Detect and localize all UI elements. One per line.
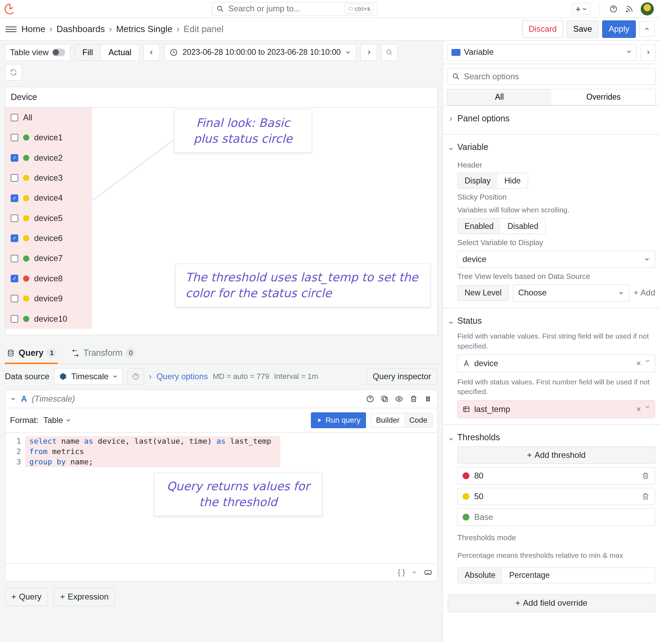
section-status[interactable]: ⌄ Status (448, 313, 655, 330)
header-display-button[interactable]: Display (458, 173, 497, 188)
run-query-button[interactable]: Run query (311, 412, 366, 428)
status-variable-field-select[interactable]: device × (457, 354, 655, 372)
threshold-value[interactable]: 80 (474, 470, 484, 481)
threshold-percentage-button[interactable]: Percentage (502, 568, 557, 583)
keyboard-icon[interactable] (424, 568, 433, 577)
drag-handle-icon[interactable] (424, 394, 433, 403)
tab-transform[interactable]: Transform 0 (70, 344, 137, 364)
rss-icon[interactable] (625, 4, 634, 13)
device-row[interactable]: device3 (5, 168, 92, 188)
builder-mode-button[interactable]: Builder (371, 413, 404, 427)
time-range-back-button[interactable] (143, 44, 160, 61)
braces-icon[interactable]: { } (398, 567, 405, 577)
menu-toggle-button[interactable] (6, 24, 17, 35)
delete-threshold-icon[interactable] (641, 471, 650, 480)
device-checkbox[interactable]: ✓ (11, 275, 18, 282)
device-row[interactable]: device5 (5, 208, 92, 228)
device-row[interactable]: device7 (5, 248, 92, 268)
threshold-color-dot[interactable] (463, 514, 469, 521)
chevron-down-icon[interactable] (10, 396, 16, 402)
device-row[interactable]: device10 (5, 309, 92, 329)
sticky-enabled-button[interactable]: Enabled (458, 219, 500, 234)
options-search[interactable]: Search options (447, 68, 656, 85)
toggle-visibility-icon[interactable] (395, 394, 404, 403)
time-range-forward-button[interactable] (361, 44, 377, 61)
device-checkbox[interactable] (11, 174, 18, 182)
section-variable[interactable]: ⌄ Variable (448, 139, 655, 157)
query-help-icon[interactable] (366, 394, 375, 403)
new-level-button[interactable]: New Level (458, 285, 508, 301)
threshold-row[interactable]: 80 (457, 467, 655, 484)
query-options-link[interactable]: Query options (156, 371, 208, 382)
device-checkbox[interactable]: ✓ (11, 154, 18, 162)
threshold-color-dot[interactable] (463, 493, 469, 500)
refresh-button[interactable] (5, 64, 22, 81)
threshold-absolute-button[interactable]: Absolute (458, 568, 502, 583)
device-row[interactable]: All (5, 108, 92, 128)
tab-query[interactable]: Query 1 (5, 344, 58, 364)
clear-icon[interactable]: × (636, 358, 641, 369)
table-view-toggle[interactable]: Table view (5, 44, 70, 61)
format-select[interactable]: Table (43, 415, 71, 426)
discard-button[interactable]: Discard (522, 20, 563, 38)
save-button[interactable]: Save (567, 20, 599, 38)
app-logo[interactable] (3, 2, 17, 16)
toggle-options-pane-button[interactable] (641, 44, 656, 61)
tab-all[interactable]: All (447, 89, 551, 105)
device-row[interactable]: ✓device4 (5, 188, 92, 208)
status-value-field-select[interactable]: last_temp × (457, 400, 655, 418)
threshold-row[interactable]: 50 (457, 488, 655, 505)
threshold-value[interactable]: 50 (474, 491, 484, 502)
device-checkbox[interactable] (11, 214, 18, 222)
breadcrumb-metrics[interactable]: Metrics Single (116, 23, 172, 35)
visualization-picker[interactable]: Variable (447, 44, 637, 61)
global-search[interactable]: Search or jump to... ctrl+k (212, 2, 377, 16)
device-checkbox[interactable] (11, 134, 18, 141)
actual-button[interactable]: Actual (101, 44, 139, 60)
variable-select[interactable]: device (457, 251, 655, 268)
collapse-panel-button[interactable] (639, 21, 654, 37)
section-panel-options[interactable]: › Panel options (448, 111, 655, 128)
datasource-picker[interactable]: Timescale (54, 368, 122, 385)
breadcrumb-home[interactable]: Home (21, 23, 45, 35)
sql-editor[interactable]: 123 select name as device, last(value, t… (5, 433, 437, 564)
sticky-disabled-button[interactable]: Disabled (500, 219, 545, 234)
device-row[interactable]: ✓device8 (5, 269, 92, 289)
query-ref-id[interactable]: A (21, 393, 27, 404)
add-expression-button[interactable]: +Expression (53, 587, 115, 606)
device-checkbox[interactable] (11, 114, 18, 121)
clear-icon[interactable]: × (636, 404, 641, 415)
device-row[interactable]: ✓device6 (5, 228, 92, 248)
help-icon[interactable] (609, 4, 618, 13)
add-query-button[interactable]: +Query (5, 587, 48, 606)
device-checkbox[interactable] (11, 315, 18, 323)
add-level-button[interactable]: +Add (633, 287, 655, 298)
level-choose-select[interactable]: Choose (513, 284, 629, 302)
section-thresholds[interactable]: ⌄ Thresholds (448, 430, 655, 447)
user-avatar[interactable] (641, 2, 654, 16)
query-inspector-button[interactable]: Query inspector (366, 368, 438, 385)
fill-button[interactable]: Fill (75, 44, 101, 60)
add-threshold-button[interactable]: +Add threshold (457, 446, 655, 464)
datasource-help-button[interactable] (128, 368, 144, 385)
breadcrumb-dashboards[interactable]: Dashboards (57, 23, 105, 35)
device-checkbox[interactable]: ✓ (11, 234, 18, 242)
header-hide-button[interactable]: Hide (497, 173, 527, 188)
time-range-picker[interactable]: 2023-06-28 10:00:00 to 2023-06-28 10:10:… (164, 44, 356, 61)
duplicate-query-icon[interactable] (380, 394, 389, 403)
tab-overrides[interactable]: Overrides (551, 89, 656, 105)
delete-query-icon[interactable] (409, 394, 418, 403)
code-mode-button[interactable]: Code (404, 413, 432, 427)
delete-threshold-icon[interactable] (641, 492, 650, 501)
device-row[interactable]: device9 (5, 289, 92, 309)
device-row[interactable]: device1 (5, 128, 92, 148)
add-menu-button[interactable]: + (572, 3, 591, 15)
device-checkbox[interactable] (11, 255, 18, 262)
chevron-down-icon[interactable] (411, 569, 417, 575)
device-row[interactable]: ✓device2 (5, 148, 92, 168)
threshold-color-dot[interactable] (463, 472, 469, 479)
apply-button[interactable]: Apply (602, 20, 636, 38)
device-checkbox[interactable]: ✓ (11, 194, 18, 202)
device-checkbox[interactable] (11, 295, 18, 302)
add-field-override-button[interactable]: + Add field override (448, 594, 655, 612)
